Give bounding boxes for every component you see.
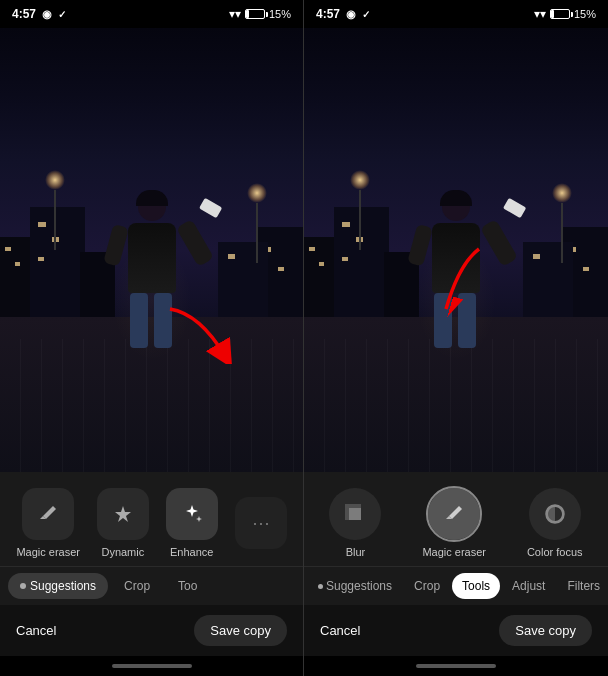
tool-blur[interactable]: Blur xyxy=(329,488,381,558)
save-button-right[interactable]: Save copy xyxy=(499,615,592,646)
tool-color-focus[interactable]: Color focus xyxy=(527,488,583,558)
lamp-glow-right xyxy=(247,183,267,203)
dynamic-label: Dynamic xyxy=(101,546,144,558)
action-bar-left: Cancel Save copy xyxy=(0,605,303,656)
tab-bar-left: Suggestions Crop Too xyxy=(0,566,303,605)
home-bar-right xyxy=(416,664,496,668)
check-icon-right: ✓ xyxy=(362,9,370,20)
tools-row-left: Magic eraser Dynamic Enhance xyxy=(0,472,303,566)
photo-right xyxy=(304,28,608,472)
blur-icon xyxy=(329,488,381,540)
magic-eraser-label-right: Magic eraser xyxy=(422,546,486,558)
time-right: 4:57 xyxy=(316,7,340,21)
toolbar-right: Blur Magic eraser xyxy=(304,472,608,676)
right-panel: 4:57 ◉ ✓ ▾▾ 15% xyxy=(304,0,608,676)
tools-row-right: Blur Magic eraser xyxy=(304,472,608,566)
arrow-left xyxy=(160,304,240,364)
photo-left xyxy=(0,28,303,472)
toolbar-left: Magic eraser Dynamic Enhance xyxy=(0,472,303,676)
save-button-left[interactable]: Save copy xyxy=(194,615,287,646)
battery-pct-right: 15% xyxy=(574,8,596,20)
enhance-icon xyxy=(166,488,218,540)
tools-partial-label: Too xyxy=(178,579,197,593)
suggestion-dot xyxy=(20,583,26,589)
magic-eraser-label: Magic eraser xyxy=(16,546,80,558)
home-indicator-left xyxy=(0,656,303,676)
wifi-icon-right: ▾▾ xyxy=(534,7,546,21)
lamp-glow-left xyxy=(45,170,65,190)
blur-label: Blur xyxy=(346,546,366,558)
tool-dynamic[interactable]: Dynamic xyxy=(97,488,149,558)
crop-label-right: Crop xyxy=(414,579,440,593)
color-focus-icon xyxy=(529,488,581,540)
action-bar-right: Cancel Save copy xyxy=(304,605,608,656)
home-indicator-right xyxy=(304,656,608,676)
tool-magic-eraser-right[interactable]: Magic eraser xyxy=(422,488,486,558)
arrow-right xyxy=(404,244,494,324)
tab-bar-right: Suggestions Crop Tools Adjust Filters xyxy=(304,566,608,605)
home-bar-left xyxy=(112,664,192,668)
more-icon: ⋯ xyxy=(235,497,287,549)
dynamic-icon xyxy=(97,488,149,540)
suggestions-label: Suggestions xyxy=(30,579,96,593)
enhance-label: Enhance xyxy=(170,546,213,558)
battery-pct-left: 15% xyxy=(269,8,291,20)
tab-suggestions-right[interactable]: Suggestions xyxy=(308,573,402,599)
cancel-button-right[interactable]: Cancel xyxy=(320,623,360,638)
crop-label: Crop xyxy=(124,579,150,593)
wifi-icon-left: ▾▾ xyxy=(229,7,241,21)
tool-enhance[interactable]: Enhance xyxy=(166,488,218,558)
tab-crop-right[interactable]: Crop xyxy=(404,573,450,599)
suggestions-label-right: Suggestions xyxy=(326,579,392,593)
tab-tools-right[interactable]: Tools xyxy=(452,573,500,599)
adjust-label-right: Adjust xyxy=(512,579,545,593)
status-bar-left: 4:57 ◉ ✓ ▾▾ 15% xyxy=(0,0,303,28)
cancel-button-left[interactable]: Cancel xyxy=(16,623,56,638)
tools-label-right: Tools xyxy=(462,579,490,593)
svg-rect-6 xyxy=(349,508,361,520)
battery-left xyxy=(245,9,265,19)
left-panel: 4:57 ◉ ✓ ▾▾ 15% xyxy=(0,0,303,676)
whatsapp-icon-right: ◉ xyxy=(346,8,356,21)
magic-eraser-icon xyxy=(22,488,74,540)
status-bar-right: 4:57 ◉ ✓ ▾▾ 15% xyxy=(304,0,608,28)
tab-suggestions-left[interactable]: Suggestions xyxy=(8,573,108,599)
tab-crop-left[interactable]: Crop xyxy=(112,573,162,599)
whatsapp-icon-left: ◉ xyxy=(42,8,52,21)
time-left: 4:57 xyxy=(12,7,36,21)
filters-label-right: Filters xyxy=(567,579,600,593)
tool-magic-eraser[interactable]: Magic eraser xyxy=(16,488,80,558)
check-icon-left: ✓ xyxy=(58,9,66,20)
color-focus-label: Color focus xyxy=(527,546,583,558)
tool-more[interactable]: ⋯ xyxy=(235,497,287,549)
battery-right xyxy=(550,9,570,19)
tab-filters-right[interactable]: Filters xyxy=(557,573,608,599)
tab-adjust-right[interactable]: Adjust xyxy=(502,573,555,599)
magic-eraser-icon-right xyxy=(428,488,480,540)
tab-tools-partial-left[interactable]: Too xyxy=(166,573,209,599)
